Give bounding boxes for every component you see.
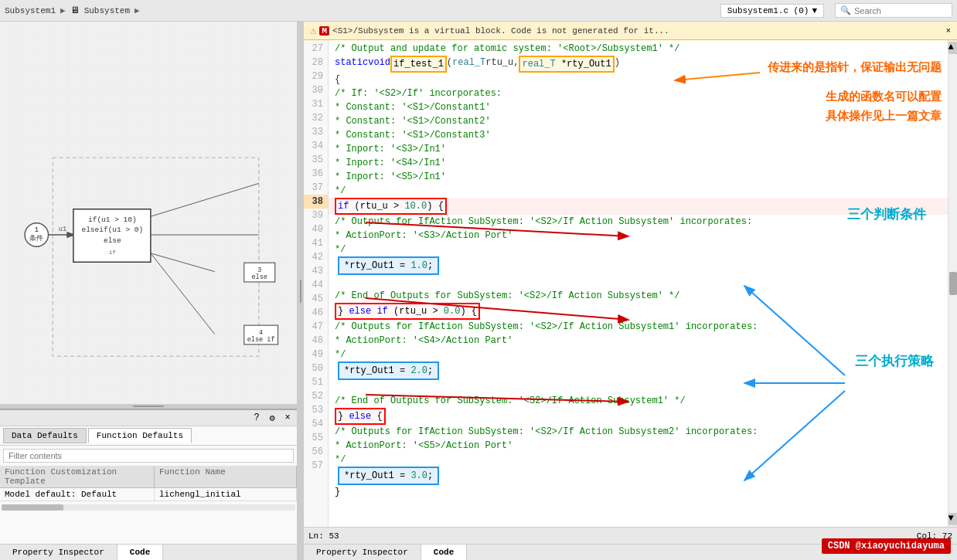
bottom-panel: ? ⚙ × Data Defaults Function Defaults Fu… [0,409,297,544]
bottom-scrollbar[interactable] [2,504,295,511]
code-line-53: /* Outputs for IfAction SubSystem: '<S2>… [329,425,948,439]
svg-text:1: 1 [34,226,39,234]
code-line-49: *rty_Out1 = 2.0; [329,361,948,380]
code-line-45: } else if (rtu_u > 0.0) { [329,303,948,320]
table-row[interactable]: Model default: Default lichengl_initial [0,488,297,501]
file-tab-label: Subsystem1.c (0) [727,6,809,15]
editor-bottom-tabs: Property Inspector Code [0,544,297,560]
code-line-47: * ActionPort: '<S4>/Action Part' [329,334,948,348]
bottom-toolbar: ? ⚙ × [0,410,297,426]
diagram-area[interactable]: 1 条件 u1 if(u1 > 10) elseif(u1 > 0) else … [0,22,297,404]
diagram-svg: 1 条件 u1 if(u1 > 10) elseif(u1 > 0) else … [0,22,297,404]
code-line-37: */ [329,184,948,198]
breadcrumb-subsystem1[interactable]: Subsystem1 [5,6,56,15]
code-tab[interactable]: Code [421,545,467,560]
svg-text:if(u1 > 10): if(u1 > 10) [88,216,137,224]
dropdown-icon[interactable]: ▼ [812,6,817,15]
tab-code[interactable]: Code [117,545,163,560]
code-line-40: * ActionPort: '<S3>/Action Port' [329,229,948,243]
property-inspector-tab[interactable]: Property Inspector [304,545,421,560]
svg-text:3: 3 [257,266,261,274]
warning-badge: M [319,26,329,36]
code-line-55: */ [329,453,948,467]
content-area: 1 条件 u1 if(u1 > 10) elseif(u1 > 0) else … [0,22,957,560]
svg-text:elseif(u1 > 0): elseif(u1 > 0) [81,226,143,234]
search-input[interactable] [854,6,947,15]
right-scrollbar[interactable]: ▲ ▼ [948,40,957,527]
code-line-48: */ [329,348,948,361]
settings-icon[interactable]: ⚙ [266,412,278,424]
search-box[interactable]: 🔍 [835,3,952,18]
csdn-watermark: CSDN @xiaoyuchidayuma [822,538,951,554]
breadcrumb-sep1: ▶ [60,5,66,15]
code-line-43 [329,275,948,289]
help-icon[interactable]: ? [250,412,263,424]
tab-function-defaults[interactable]: Function Defaults [88,428,192,443]
code-lines[interactable]: /* Output and update for atomic system: … [329,40,948,527]
breadcrumb-arrow: ▶ [135,5,140,15]
code-line-33: * Constant: '<S1>/Constant3' [329,128,948,142]
main-container: Subsystem1 ▶ 🖥 Subsystem ▶ Subsystem1.c … [0,0,957,560]
code-line-41: */ [329,243,948,256]
close-bottom-icon[interactable]: × [281,412,294,424]
col-header-template: Function Customization Template [0,466,155,487]
code-line-52: } else { [329,408,948,425]
cell-template: Model default: Default [0,488,155,501]
breadcrumb-icon: 🖥 [70,5,80,16]
code-line-50 [329,380,948,394]
close-warning-icon[interactable]: × [945,26,951,36]
code-line-42: *rty_Out1 = 1.0; [329,256,948,275]
code-line-38: if (rtu_u > 10.0) { [329,198,948,215]
code-line-31: * Constant: '<S1>/Constant1' [329,100,948,114]
code-line-32: * Constant: '<S1>/Constant2' [329,114,948,128]
code-line-30: /* If: '<S2>/If' incorporates: [329,87,948,100]
svg-text:4: 4 [259,329,263,337]
breadcrumb-subsystem[interactable]: Subsystem [84,6,130,15]
code-line-51: /* End of Outputs for SubSystem: '<S2>/I… [329,394,948,408]
vertical-drag-handle[interactable] [298,22,304,560]
code-line-34: * Inport: '<S3>/In1' [329,142,948,156]
code-line-54: * ActionPort: '<S5>/Action Port' [329,439,948,453]
code-line-29: { [329,73,948,87]
tab-data-defaults[interactable]: Data Defaults [3,428,87,443]
table-header: Function Customization Template Function… [0,466,297,488]
cell-name: lichengl_initial [155,488,297,501]
search-icon: 🔍 [840,5,851,15]
code-line-56: *rty_Out1 = 3.0; [329,467,948,485]
svg-text:else if: else if [247,336,275,344]
code-line-57: } [329,485,948,499]
code-line-46: /* Outputs for IfAction SubSystem: '<S2>… [329,320,948,334]
bottom-tabs: Data Defaults Function Defaults [0,426,297,446]
svg-text:if: if [109,249,117,256]
code-line-39: /* Outputs for IfAction SubSystem: '<S2>… [329,215,948,229]
warning-triangle-icon: ⚠ [310,24,316,37]
warning-message: <S1>/Subsystem is a virtual block. Code … [332,26,669,36]
filter-input[interactable] [3,449,294,463]
status-ln: Ln: 53 [308,531,339,541]
line-numbers: 27 28 29 30 31 32 33 34 35 36 37 38 39 4… [304,40,329,527]
right-panel: ⚠ M <S1>/Subsystem is a virtual block. C… [304,22,957,560]
code-line-28: static void if_test_1(real_T rtu_u, real… [329,56,948,73]
col-header-name: Function Name [155,466,297,487]
code-line-27: /* Output and update for atomic system: … [329,42,948,56]
tab-property-inspector[interactable]: Property Inspector [0,545,117,560]
code-area[interactable]: 27 28 29 30 31 32 33 34 35 36 37 38 39 4… [304,40,957,527]
filter-row [0,446,297,466]
svg-text:u1: u1 [59,226,66,233]
svg-text:else: else [251,273,267,281]
code-line-44: /* End of Outputs for SubSystem: '<S2>/I… [329,289,948,303]
svg-text:else: else [104,236,121,245]
code-line-35: * Inport: '<S4>/In1' [329,156,948,170]
code-line-36: * Inport: '<S5>/In1' [329,170,948,184]
left-panel: 1 条件 u1 if(u1 > 10) elseif(u1 > 0) else … [0,22,298,560]
warning-bar: ⚠ M <S1>/Subsystem is a virtual block. C… [304,22,957,40]
top-bar: Subsystem1 ▶ 🖥 Subsystem ▶ Subsystem1.c … [0,0,957,22]
svg-text:条件: 条件 [29,234,43,243]
file-tab[interactable]: Subsystem1.c (0) ▼ [720,4,824,18]
